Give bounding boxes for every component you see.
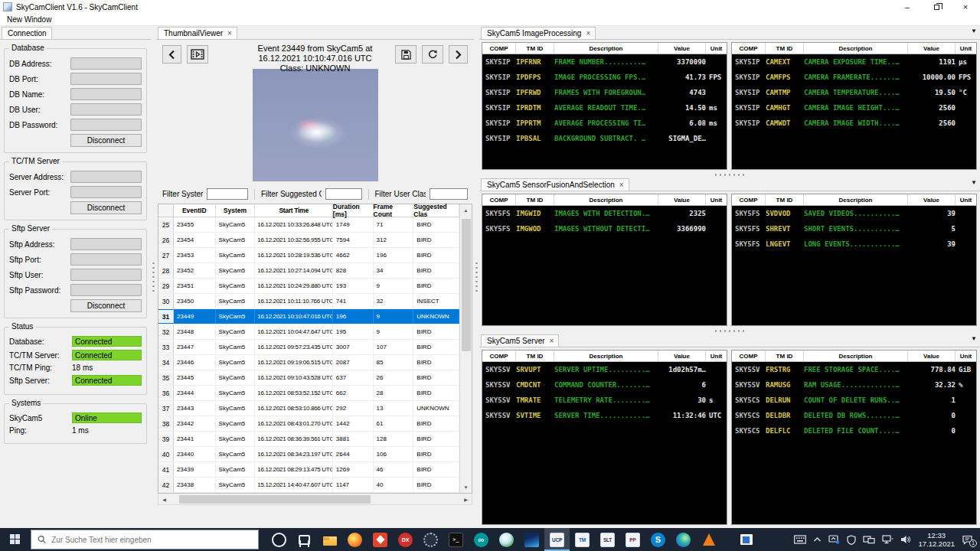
- splitter-horizontal[interactable]: [479, 328, 980, 334]
- event-column-header[interactable]: [158, 204, 174, 217]
- action-center-button[interactable]: 1: [962, 535, 975, 545]
- telemetry-row[interactable]: SKY5CSDELFLCDELETED FILE COUNT....…0: [732, 423, 976, 439]
- telemetry-row[interactable]: SKY5CSDELRUNCOUNT OF DELETE RUNS..…1: [732, 393, 976, 408]
- taskbar-arduino-button[interactable]: ∞: [469, 528, 494, 551]
- taskbar-skycamclient-ucp-button[interactable]: UCP: [544, 528, 570, 551]
- tab-close-icon[interactable]: ×: [586, 31, 590, 37]
- defender-shield-icon[interactable]: [847, 535, 856, 545]
- event-row[interactable]: 2723453SkyCam516.12.2021 10:28:19.536 UT…: [158, 248, 459, 263]
- remote-connect-icon[interactable]: [828, 535, 840, 544]
- reload-button[interactable]: [422, 45, 443, 64]
- telemetry-column-header[interactable]: TM ID: [766, 43, 804, 54]
- sftp-port-field[interactable]: [70, 253, 142, 266]
- event-row[interactable]: 4223438SkyCam515.12.2021 14:40:47.607 UT…: [158, 478, 459, 493]
- telemetry-column-header[interactable]: COMP: [482, 350, 516, 361]
- telemetry-row[interactable]: SKY5IPIPRDTMAVERAGE READOUT TIME.…14.50m…: [482, 100, 727, 116]
- telemetry-row[interactable]: SKY5SVSVTIMESERVER TIME...........…11:32…: [482, 408, 727, 423]
- taskbar-file-explorer-button[interactable]: [317, 528, 342, 551]
- telemetry-column-header[interactable]: Value: [908, 194, 956, 205]
- telemetry-column-header[interactable]: Unit: [706, 43, 727, 54]
- restore-button[interactable]: [922, 0, 951, 14]
- taskbar-dx-app-button[interactable]: DX: [393, 528, 418, 551]
- telemetry-column-header[interactable]: TM ID: [766, 194, 804, 205]
- telemetry-column-header[interactable]: Description: [804, 194, 908, 205]
- close-button[interactable]: ×: [951, 0, 980, 14]
- event-row[interactable]: 4123439SkyCam516.12.2021 08:29:13.475 UT…: [158, 462, 459, 478]
- taskbar-edge-button[interactable]: [671, 528, 696, 551]
- telemetry-column-header[interactable]: Unit: [706, 350, 727, 361]
- taskbar-search[interactable]: [31, 530, 259, 549]
- telemetry-column-header[interactable]: Value: [658, 350, 706, 361]
- start-button[interactable]: [0, 528, 31, 551]
- telemetry-column-header[interactable]: Description: [804, 43, 908, 54]
- event-table-vertical-scrollbar[interactable]: ▲ ▼: [459, 204, 472, 493]
- event-column-header[interactable]: Duration [ms]: [333, 204, 374, 217]
- scroll-up-icon[interactable]: ▲: [460, 204, 472, 216]
- event-row[interactable]: 3923441SkyCam516.12.2021 08:36:39.561 UT…: [158, 432, 459, 447]
- event-row[interactable]: 3723443SkyCam516.12.2021 08:53:10.866 UT…: [158, 401, 459, 416]
- taskbar-globe-app-button[interactable]: [494, 528, 519, 551]
- event-row[interactable]: 2823452SkyCam516.12.2021 10:27:14.094 UT…: [158, 263, 459, 279]
- db-name-field[interactable]: [70, 88, 142, 100]
- telemetry-row[interactable]: SKY5IPIPPRTMAVERAGE PROCESSING TI…6.08ms: [482, 116, 727, 131]
- taskbar-photo-app-button[interactable]: [519, 528, 544, 551]
- db-port-field[interactable]: [70, 73, 142, 85]
- telemetry-row[interactable]: SKY5IPIPFRNRFRAME NUMBER.........…337009…: [482, 54, 727, 70]
- telemetry-column-header[interactable]: Unit: [956, 350, 976, 361]
- event-row[interactable]: 3423446SkyCam516.12.2021 09:19:06.515 UT…: [158, 355, 459, 370]
- telemetry-row[interactable]: SKY5SVFRSTRGFREE STORAGE SPACE....…778.8…: [732, 362, 976, 377]
- telemetry-column-header[interactable]: TM ID: [516, 194, 554, 205]
- splitter-left[interactable]: [151, 26, 156, 528]
- telemetry-column-header[interactable]: Unit: [956, 43, 976, 54]
- scroll-down-icon[interactable]: ▼: [460, 481, 472, 493]
- tab-sensor-fusion[interactable]: SkyCam5 SensorFusionAndSelection×: [481, 178, 629, 191]
- event-column-header[interactable]: Frame Count: [374, 204, 414, 217]
- telemetry-column-header[interactable]: TM ID: [516, 350, 554, 361]
- event-table-horizontal-scrollbar[interactable]: ◀ ▶: [158, 494, 472, 505]
- taskbar-task-view-button[interactable]: [292, 528, 317, 551]
- telemetry-row[interactable]: SKY5IPCAMTMPCAMERA TEMPERATURE....…19.50…: [732, 85, 976, 100]
- sftp-address-field[interactable]: [70, 238, 142, 250]
- database-disconnect-button[interactable]: Disconnect: [70, 134, 142, 147]
- telemetry-row[interactable]: SKY5IPIPDFPSIMAGE PROCESSING FPS.…41.73F…: [482, 70, 727, 85]
- telemetry-column-header[interactable]: COMP: [482, 194, 516, 205]
- taskbar-cortana-button[interactable]: [266, 528, 292, 551]
- telemetry-row[interactable]: SKY5IPIPBSALBACKGROUND SUBTRACT. …SIGMA_…: [482, 131, 727, 146]
- tab-server[interactable]: SkyCam5 Server×: [481, 334, 559, 347]
- server-port-field[interactable]: [70, 186, 142, 198]
- event-row[interactable]: 3523445SkyCam516.12.2021 09:10:43.528 UT…: [158, 370, 459, 386]
- panel-menu-dropdown-icon[interactable]: ▼: [971, 179, 977, 186]
- telemetry-row[interactable]: SKY5SVCMDCNTCOMMAND COUNTER.......…6: [482, 377, 727, 393]
- telemetry-row[interactable]: SKY5IPCAMEXTCAMERA EXPOSURE TIME..…1191µ…: [732, 54, 976, 70]
- telemetry-column-header[interactable]: Unit: [706, 194, 727, 205]
- server-address-field[interactable]: [70, 171, 142, 183]
- taskbar-firefox-button[interactable]: [342, 528, 368, 551]
- telemetry-column-header[interactable]: COMP: [482, 43, 516, 54]
- taskbar-vlc-button[interactable]: [696, 528, 721, 551]
- sftp-password-field[interactable]: [70, 284, 142, 296]
- menu-new-window[interactable]: New Window: [4, 15, 54, 24]
- telemetry-column-header[interactable]: Description: [554, 194, 658, 205]
- scroll-right-icon[interactable]: ▶: [460, 497, 472, 502]
- telemetry-row[interactable]: SKY5SVRAMUSGRAM USAGE.............…32.32…: [732, 377, 976, 393]
- event-row[interactable]: 3023450SkyCam516.12.2021 10:11:10.766 UT…: [158, 294, 459, 309]
- panel-menu-dropdown-icon[interactable]: ▼: [971, 335, 977, 342]
- telemetry-row[interactable]: SKY5SVSRVUPTSERVER UPTIME.........…1d02h…: [482, 362, 727, 377]
- sftp-disconnect-button[interactable]: Disconnect: [70, 299, 142, 312]
- play-video-button[interactable]: [187, 45, 208, 64]
- event-row[interactable]: 3223448SkyCam516.12.2021 10:04:47.647 UT…: [158, 324, 459, 340]
- tctm-disconnect-button[interactable]: Disconnect: [70, 201, 142, 214]
- telemetry-row[interactable]: SKY5FSIMGWIDIMAGES WITH DETECTION.…2325: [482, 206, 727, 221]
- event-column-header[interactable]: Start Time: [255, 204, 332, 217]
- event-row[interactable]: 3823442SkyCam516.12.2021 08:43:01.270 UT…: [158, 416, 459, 432]
- taskbar-slt-app-button[interactable]: SLT: [595, 528, 620, 551]
- db-password-field[interactable]: [70, 119, 142, 131]
- previous-event-button[interactable]: [162, 45, 181, 64]
- splitter-right[interactable]: [474, 26, 479, 528]
- telemetry-column-header[interactable]: COMP: [732, 350, 766, 361]
- filter-suggested-class-input[interactable]: [325, 188, 362, 200]
- event-column-header[interactable]: Suggested Clas: [413, 204, 459, 217]
- taskbar-terminal-button[interactable]: >_: [443, 528, 469, 551]
- taskbar-clock[interactable]: 12:33 17.12.2021: [918, 531, 955, 549]
- telemetry-row[interactable]: SKY5FSLNGEVTLONG EVENTS...........…39: [732, 236, 976, 252]
